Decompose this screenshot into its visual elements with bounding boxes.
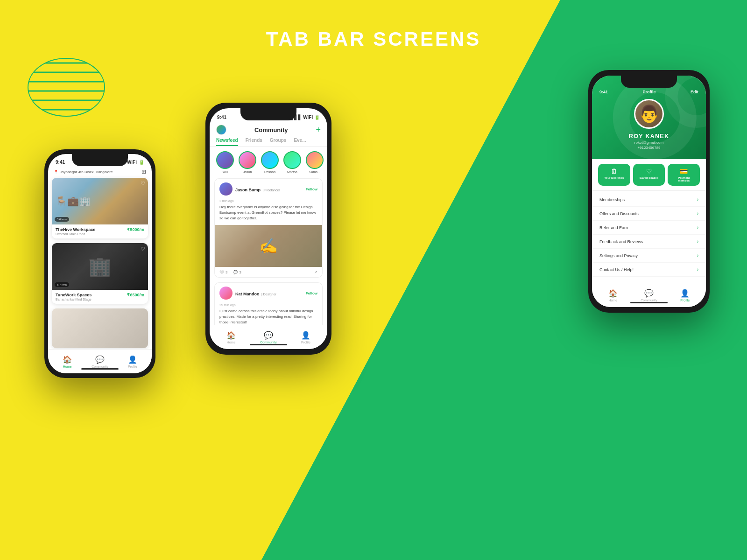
tab-newsfeed[interactable]: Newsfeed <box>216 138 238 146</box>
post-1-time: 2 min ago <box>215 199 322 203</box>
tab-comm-community-label: Community <box>260 341 276 344</box>
post-2-header: Kat Mandoo | Designer Follow <box>215 283 322 303</box>
tab-comm-home[interactable]: 🏠 Home <box>226 331 236 344</box>
workspace-card-2[interactable]: 🏢 8.7 kms ♡ TuneWork Spaces Banashankari… <box>52 243 148 304</box>
story-name-sama: Sama... <box>309 170 320 174</box>
tab-bar-profile: 🏠 Home 💬 Community 👤 Profile <box>592 283 706 307</box>
card-image-2: 🏢 8.7 kms ♡ <box>52 243 148 290</box>
tab-groups[interactable]: Groups <box>270 138 287 146</box>
saved-label: Saved Spaces <box>640 176 658 179</box>
profile-email: rokot@gmail.com <box>599 140 698 145</box>
profile-phone: +9123456789 <box>599 146 698 150</box>
stories-row: You Jason Roshan Martha Sama... <box>210 147 327 178</box>
card-image-3 <box>52 308 148 348</box>
story-name-roshan: Roshan <box>264 170 275 174</box>
home-icon-comm: 🏠 <box>226 331 236 340</box>
tab-bar-home: 🏠 Home 💬 Community 👤 Profile <box>48 349 152 373</box>
tab-prof-home[interactable]: 🏠 Home <box>608 289 618 302</box>
story-name-martha: Martha <box>287 170 297 174</box>
phone-profile: 9:41 Profile Edit ROY KANEK rokot@gmail.… <box>588 70 710 313</box>
chevron-offers: › <box>697 211 698 216</box>
tab-community-label: Community <box>92 365 108 368</box>
story-you[interactable]: You <box>216 151 234 174</box>
profile-icon-comm: 👤 <box>301 331 310 340</box>
comment-action-1[interactable]: 💬 3 <box>233 270 241 274</box>
post-2-user-info: Kat Mandoo | Designer <box>235 289 276 297</box>
profile-top: 9:41 Profile Edit ROY KANEK rokot@gmail.… <box>592 76 706 159</box>
story-martha[interactable]: Martha <box>283 151 301 174</box>
card-details-2: TuneWork Spaces Banashankari IInd Stage <box>56 293 92 301</box>
edit-button[interactable]: Edit <box>691 90 698 94</box>
user-avatar-small <box>216 125 226 135</box>
comment-icon: 💬 <box>233 270 238 274</box>
profile-bar: 9:41 Profile Edit <box>599 90 698 94</box>
story-name-you: You <box>222 170 228 174</box>
menu-offers[interactable]: Offers and Discounts › <box>592 207 706 221</box>
tab-friends[interactable]: Friends <box>246 138 262 146</box>
payment-icon: 💳 <box>680 168 688 175</box>
location-text: Jayanagar 4th Block, Bangalore <box>60 170 113 174</box>
profile-indicator <box>630 302 668 303</box>
tab-prof-profile[interactable]: 👤 Profile <box>680 289 690 302</box>
saved-spaces-button[interactable]: ♡ Saved Spaces <box>633 164 665 186</box>
deco-circle <box>26 56 107 119</box>
home-icon-prof: 🏠 <box>608 289 618 298</box>
bookings-button[interactable]: 🗓 Your Bookings <box>598 164 630 186</box>
tab-home-community[interactable]: 💬 Community <box>92 355 108 368</box>
tab-prof-profile-label: Profile <box>680 299 690 302</box>
card-image-1: 🪑💼🏢 5.6 kms ♡ <box>52 178 148 224</box>
menu-feedback[interactable]: Feedback and Reviews › <box>592 235 706 249</box>
story-jason[interactable]: Jason <box>239 151 256 174</box>
phone-profile-notch <box>621 76 677 88</box>
tab-prof-home-label: Home <box>608 299 617 302</box>
payment-label: Payment methods <box>672 176 695 182</box>
status-time-community: 9:41 <box>217 115 226 120</box>
phone-home-notch <box>72 154 128 166</box>
story-avatar-roshan <box>261 151 279 169</box>
menu-contact[interactable]: Contact Us / Help! › <box>592 263 706 277</box>
community-indicator <box>250 344 287 345</box>
heart-icon-2[interactable]: ♡ <box>141 246 145 252</box>
story-sama[interactable]: Sama... <box>306 151 324 174</box>
story-name-jason: Jason <box>243 170 252 174</box>
tab-comm-community[interactable]: 💬 Community <box>260 331 276 344</box>
community-icon-prof: 💬 <box>644 289 654 298</box>
workspace-card-3[interactable] <box>52 308 148 348</box>
card-info-2: TuneWork Spaces Banashankari IInd Stage … <box>52 290 148 304</box>
tab-events[interactable]: Eve... <box>294 138 306 146</box>
like-action-1[interactable]: 🤍 3 <box>219 270 227 274</box>
profile-icon-prof: 👤 <box>680 289 690 298</box>
add-post-button[interactable]: + <box>316 125 321 135</box>
status-time-home: 9:41 <box>56 160 65 165</box>
distance-badge-1: 5.6 kms <box>55 217 69 222</box>
tab-prof-community[interactable]: 💬 Community <box>641 289 657 302</box>
phone-home-screen: 9:41 ▋▋▋ WiFi 🔋 📍 Jayanagar 4th Block, B… <box>48 154 152 373</box>
tab-home-profile[interactable]: 👤 Profile <box>128 355 137 368</box>
follow-button-1[interactable]: Follow <box>306 187 317 191</box>
design-hands-icon: ✍️ <box>259 237 278 255</box>
workspace-card-1[interactable]: 🪑💼🏢 5.6 kms ♡ TheHive Workspace Uttarhal… <box>52 178 148 238</box>
post-1-text: Hey there everyone! Is anyone else going… <box>215 203 322 225</box>
filter-icon[interactable]: ⊞ <box>141 168 146 175</box>
heart-icon-post: 🤍 <box>219 270 224 274</box>
post-2-time: 29 min ago <box>215 303 322 307</box>
menu-refer[interactable]: Refer and Earn › <box>592 221 706 235</box>
profile-title: Profile <box>643 90 656 94</box>
saved-icon: ♡ <box>646 168 652 175</box>
post-1-user-info: Jason Bump | Freelancer <box>235 185 280 193</box>
location-icon: 📍 <box>54 170 58 174</box>
follow-button-2[interactable]: Follow <box>306 291 317 295</box>
payment-button[interactable]: 💳 Payment methods <box>668 164 700 186</box>
page-title: TAB BAR SCREENS <box>266 28 481 50</box>
heart-icon-1[interactable]: ♡ <box>141 181 145 187</box>
community-icon: 💬 <box>95 355 105 364</box>
story-roshan[interactable]: Roshan <box>261 151 279 174</box>
menu-memberships[interactable]: Memberships › <box>592 193 706 207</box>
tab-comm-profile[interactable]: 👤 Profile <box>301 331 310 344</box>
share-icon: ↗ <box>314 270 317 274</box>
story-avatar-you <box>216 151 234 169</box>
tab-home-home[interactable]: 🏠 Home <box>63 355 72 368</box>
share-action-1[interactable]: ↗ <box>314 270 317 274</box>
chevron-memberships: › <box>697 197 698 202</box>
menu-settings[interactable]: Settings and Privacy › <box>592 249 706 263</box>
